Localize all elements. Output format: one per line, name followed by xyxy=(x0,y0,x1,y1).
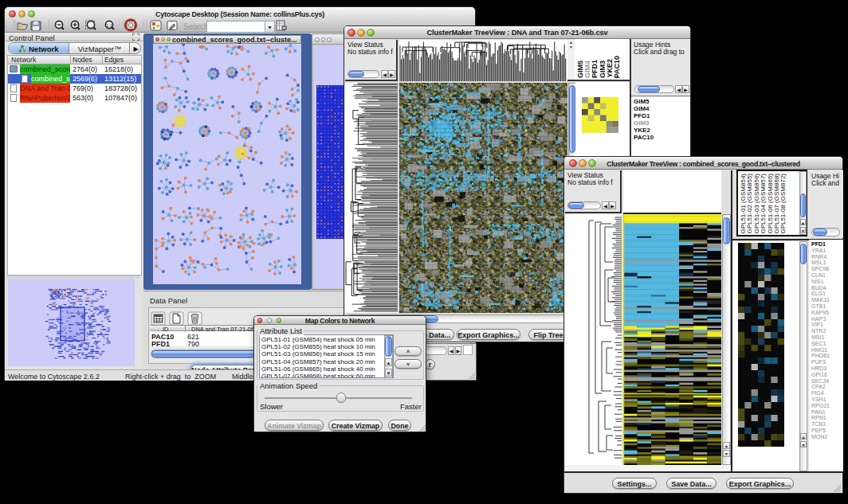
svg-text:1:1: 1:1 xyxy=(106,23,112,28)
